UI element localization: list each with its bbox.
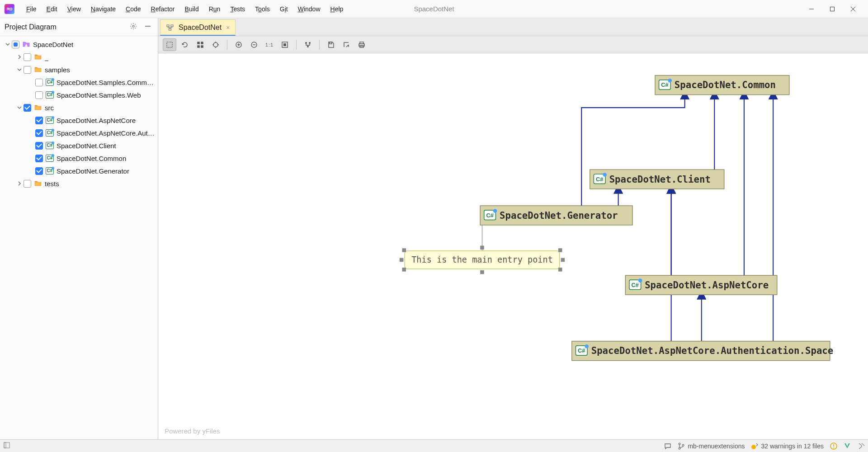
toolbar-refresh-button[interactable] bbox=[178, 38, 192, 51]
svg-rect-51 bbox=[558, 268, 562, 272]
tree-item-label: SpaceDotNet.Generator bbox=[57, 167, 129, 175]
tree-row[interactable]: SpaceDotNet.AspNetCore bbox=[0, 114, 158, 127]
tree-checkbox[interactable] bbox=[35, 167, 43, 175]
node-generator[interactable]: SpaceDotNet.Generator bbox=[480, 206, 632, 225]
tree-item-label: SpaceDotNet.AspNetCore bbox=[57, 117, 136, 124]
node-aspnetcore[interactable]: SpaceDotNet.AspNetCore bbox=[625, 275, 777, 295]
menu-git[interactable]: Git bbox=[275, 4, 292, 14]
svg-text:This is the main entry point: This is the main entry point bbox=[411, 255, 553, 264]
menu-window[interactable]: Window bbox=[293, 4, 325, 14]
diagram-canvas[interactable]: C# bbox=[158, 53, 868, 439]
title-bar: RD File Edit View Navigate Code Refactor… bbox=[0, 0, 868, 18]
tree-expand-arrow[interactable] bbox=[15, 53, 24, 61]
svg-text:SpaceDotNet.AspNetCore.Authent: SpaceDotNet.AspNetCore.Authentication.Sp… bbox=[591, 345, 834, 356]
window-minimize-button[interactable] bbox=[801, 2, 822, 16]
menu-tests[interactable]: Tests bbox=[226, 4, 250, 14]
tool-window-settings-button[interactable] bbox=[128, 21, 139, 33]
toolbar-actual-size-button[interactable]: 1:1 bbox=[263, 38, 276, 51]
toolbar-grid-button[interactable] bbox=[193, 38, 207, 51]
tree-checkbox[interactable] bbox=[35, 117, 43, 124]
toolbar-print-button[interactable] bbox=[355, 38, 368, 51]
svg-rect-7 bbox=[171, 25, 173, 27]
tree-expand-arrow[interactable] bbox=[4, 40, 12, 48]
tree-checkbox[interactable] bbox=[24, 104, 31, 112]
tree-checkbox[interactable] bbox=[12, 41, 19, 48]
tree-row[interactable]: samples bbox=[0, 63, 158, 76]
tree-row[interactable]: _ bbox=[0, 51, 158, 63]
tree-row[interactable]: SpaceDotNet.AspNetCore.Authentication.Sp… bbox=[0, 127, 158, 139]
window-maximize-button[interactable] bbox=[822, 2, 843, 16]
tree-row[interactable]: SpaceDotNet.Client bbox=[0, 139, 158, 152]
tree-checkbox[interactable] bbox=[35, 79, 43, 86]
folder-icon bbox=[34, 53, 42, 61]
toolbar-save-button[interactable] bbox=[324, 38, 338, 51]
menu-refactor[interactable]: Refactor bbox=[146, 4, 179, 14]
csharp-project-icon bbox=[46, 91, 54, 99]
menu-file[interactable]: File bbox=[22, 4, 41, 14]
menu-help[interactable]: Help bbox=[326, 4, 348, 14]
svg-rect-46 bbox=[558, 248, 562, 252]
statusbar-tool-window-toggle[interactable] bbox=[4, 442, 10, 450]
svg-text:SpaceDotNet.Common: SpaceDotNet.Common bbox=[675, 80, 776, 90]
tree-checkbox[interactable] bbox=[35, 155, 43, 162]
tree-item-label: tests bbox=[45, 180, 59, 188]
toolbar-selection-mode-button[interactable] bbox=[163, 38, 176, 51]
tree-row[interactable]: src bbox=[0, 101, 158, 114]
menu-navigate[interactable]: Navigate bbox=[86, 4, 120, 14]
tree-checkbox[interactable] bbox=[24, 53, 31, 61]
toolbar-zoom-in-button[interactable] bbox=[232, 38, 245, 51]
svg-point-55 bbox=[679, 447, 680, 449]
svg-point-56 bbox=[682, 444, 684, 446]
window-close-button[interactable] bbox=[843, 2, 863, 16]
node-client[interactable]: SpaceDotNet.Client bbox=[590, 170, 724, 189]
node-aspnetcore-auth[interactable]: SpaceDotNet.AspNetCore.Authentication.Sp… bbox=[572, 341, 833, 361]
csharp-project-icon bbox=[46, 142, 54, 149]
toolbar-zoom-out-button[interactable] bbox=[247, 38, 261, 51]
tree-row[interactable]: SpaceDotNet.Common bbox=[0, 152, 158, 165]
tree-row[interactable]: SpaceDotNet.Samples.Web bbox=[0, 89, 158, 101]
tool-window-hide-button[interactable] bbox=[142, 21, 153, 33]
tree-expand-arrow[interactable] bbox=[15, 104, 24, 112]
svg-text:SpaceDotNet.Generator: SpaceDotNet.Generator bbox=[500, 210, 618, 221]
menu-code[interactable]: Code bbox=[121, 4, 145, 14]
toolbar-snap-button[interactable] bbox=[209, 38, 222, 51]
tree-row[interactable]: SpaceDotNet.Samples.CommandLine bbox=[0, 76, 158, 89]
menu-run[interactable]: Run bbox=[204, 4, 225, 14]
tab-close-button[interactable]: × bbox=[226, 24, 230, 31]
statusbar-git-branch[interactable]: mb-menuextensions bbox=[678, 443, 745, 450]
project-diagram-tool-window: Project Diagram SpaceDotNet_samplesSpace… bbox=[0, 18, 158, 439]
tree-checkbox[interactable] bbox=[24, 180, 31, 188]
tree-item-label: SpaceDotNet bbox=[33, 41, 73, 48]
node-common[interactable]: SpaceDotNet.Common bbox=[655, 75, 789, 95]
toolbar-fit-content-button[interactable] bbox=[278, 38, 292, 51]
toolbar-layout-button[interactable] bbox=[301, 38, 315, 51]
tree-checkbox[interactable] bbox=[24, 66, 31, 74]
statusbar-inspection-indicator[interactable] bbox=[830, 443, 837, 450]
statusbar-memory-indicator[interactable] bbox=[857, 443, 864, 450]
tree-checkbox[interactable] bbox=[35, 142, 43, 150]
tree-item-label: SpaceDotNet.Common bbox=[57, 155, 126, 162]
svg-text:SpaceDotNet.Client: SpaceDotNet.Client bbox=[609, 174, 711, 185]
toolbar-export-button[interactable] bbox=[340, 38, 353, 51]
statusbar-analysis-widget[interactable]: 32 warnings in 12 files bbox=[751, 443, 824, 450]
tree-checkbox[interactable] bbox=[35, 129, 43, 137]
tree-expand-arrow[interactable] bbox=[15, 66, 24, 74]
svg-rect-45 bbox=[480, 246, 484, 250]
tab-spacedotnet[interactable]: SpaceDotNet × bbox=[160, 19, 236, 36]
tree-row[interactable]: SpaceDotNet.Generator bbox=[0, 165, 158, 177]
tree-row[interactable]: tests bbox=[0, 177, 158, 190]
menu-build[interactable]: Build bbox=[180, 4, 203, 14]
menu-tools[interactable]: Tools bbox=[250, 4, 274, 14]
tree-row[interactable]: SpaceDotNet bbox=[0, 38, 158, 51]
menu-view[interactable]: View bbox=[63, 4, 85, 14]
tab-label: SpaceDotNet bbox=[179, 24, 222, 32]
project-tree[interactable]: SpaceDotNet_samplesSpaceDotNet.Samples.C… bbox=[0, 36, 158, 439]
main-menu: File Edit View Navigate Code Refactor Bu… bbox=[22, 4, 348, 14]
menu-edit[interactable]: Edit bbox=[42, 4, 62, 14]
svg-rect-28 bbox=[360, 46, 363, 47]
statusbar-chat-button[interactable] bbox=[664, 443, 671, 450]
svg-rect-6 bbox=[167, 25, 169, 27]
tree-checkbox[interactable] bbox=[35, 91, 43, 99]
tree-expand-arrow[interactable] bbox=[15, 179, 24, 188]
statusbar-vue-indicator[interactable] bbox=[844, 443, 851, 450]
